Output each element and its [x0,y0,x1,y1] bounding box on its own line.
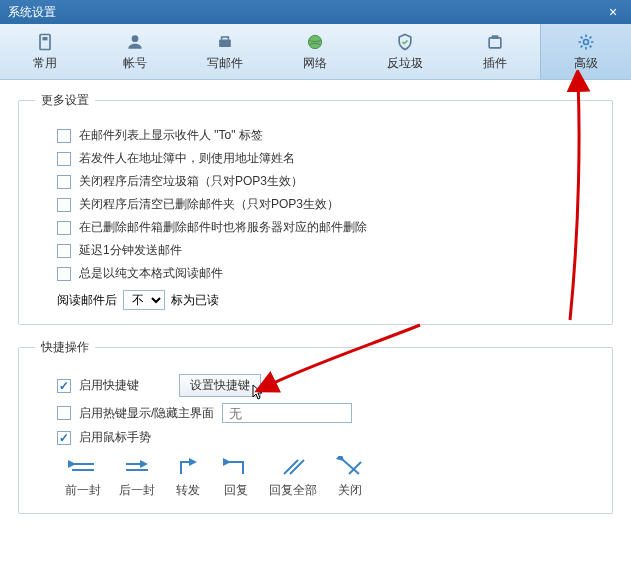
option-label: 延迟1分钟发送邮件 [79,242,182,259]
tab-advanced[interactable]: 高级 [540,24,631,79]
gesture-close[interactable]: 关闭 [335,456,365,499]
checkbox[interactable] [57,152,71,166]
tab-general[interactable]: 常用 [0,24,90,79]
user-icon [124,31,146,53]
gesture-label: 转发 [176,482,200,499]
tab-compose[interactable]: 写邮件 [180,24,270,79]
tab-label: 网络 [303,55,327,72]
gesture-next[interactable]: 后一封 [119,456,155,499]
tab-network[interactable]: 网络 [270,24,360,79]
compose-icon [214,31,236,53]
option-label: 关闭程序后清空已删除邮件夹（只对POP3生效） [79,196,339,213]
svg-rect-1 [42,37,47,40]
cursor-icon [252,384,266,402]
tab-label: 常用 [33,55,57,72]
tab-label: 帐号 [123,55,147,72]
svg-rect-3 [219,40,231,48]
gesture-label: 后一封 [119,482,155,499]
checkbox[interactable] [57,129,71,143]
gesture-reply[interactable]: 回复 [221,456,251,499]
option-label: 在邮件列表上显示收件人 "To" 标签 [79,127,263,144]
checkbox[interactable] [57,221,71,235]
gesture-label: 回复全部 [269,482,317,499]
checkbox[interactable] [57,198,71,212]
gesture-label: 关闭 [338,482,362,499]
read-suffix: 标为已读 [171,292,219,309]
window-title: 系统设置 [8,4,603,21]
option-label: 若发件人在地址簿中，则使用地址簿姓名 [79,150,295,167]
mouse-gesture-label: 启用鼠标手势 [79,429,151,446]
more-settings-group: 更多设置 在邮件列表上显示收件人 "To" 标签 若发件人在地址簿中，则使用地址… [18,92,613,325]
checkbox[interactable] [57,267,71,281]
checkbox-mouse-gesture[interactable] [57,431,71,445]
quick-actions-group: 快捷操作 启用快捷键 设置快捷键 启用热键显示/隐藏主界面 启用鼠标手势 前一封 [18,339,613,514]
tab-plugin[interactable]: 插件 [450,24,540,79]
gesture-label: 回复 [224,482,248,499]
set-shortcut-button[interactable]: 设置快捷键 [179,374,261,397]
enable-shortcut-label: 启用快捷键 [79,377,139,394]
option-label: 总是以纯文本格式阅读邮件 [79,265,223,282]
svg-rect-0 [40,35,50,50]
globe-icon [304,31,326,53]
read-label: 阅读邮件后 [57,292,117,309]
svg-point-7 [583,40,588,45]
titlebar: 系统设置 × [0,0,631,24]
tab-label: 写邮件 [207,55,243,72]
tab-account[interactable]: 帐号 [90,24,180,79]
read-select[interactable]: 不 [123,290,165,310]
toolbar: 常用 帐号 写邮件 网络 反垃圾 插件 高级 [0,24,631,80]
tab-antispam[interactable]: 反垃圾 [360,24,450,79]
svg-rect-6 [491,35,498,38]
gesture-forward[interactable]: 转发 [173,456,203,499]
checkbox-enable-shortcut[interactable] [57,379,71,393]
option-label: 关闭程序后清空垃圾箱（只对POP3生效） [79,173,303,190]
general-icon [34,31,56,53]
tab-label: 高级 [574,55,598,72]
gesture-list: 前一封 后一封 转发 回复 回复全部 关闭 [65,456,596,499]
checkbox[interactable] [57,175,71,189]
shield-icon [394,31,416,53]
svg-rect-5 [489,38,501,48]
plugin-icon [484,31,506,53]
more-settings-legend: 更多设置 [35,92,95,109]
checkbox-hotkey[interactable] [57,406,71,420]
gesture-prev[interactable]: 前一封 [65,456,101,499]
gear-icon [575,31,597,53]
tab-label: 反垃圾 [387,55,423,72]
gesture-reply-all[interactable]: 回复全部 [269,456,317,499]
hotkey-input[interactable] [222,403,352,423]
tab-label: 插件 [483,55,507,72]
option-label: 在已删除邮件箱删除邮件时也将服务器对应的邮件删除 [79,219,367,236]
svg-point-2 [131,35,138,42]
gesture-label: 前一封 [65,482,101,499]
hotkey-label: 启用热键显示/隐藏主界面 [79,405,214,422]
quick-actions-legend: 快捷操作 [35,339,95,356]
close-icon[interactable]: × [603,4,623,20]
checkbox[interactable] [57,244,71,258]
